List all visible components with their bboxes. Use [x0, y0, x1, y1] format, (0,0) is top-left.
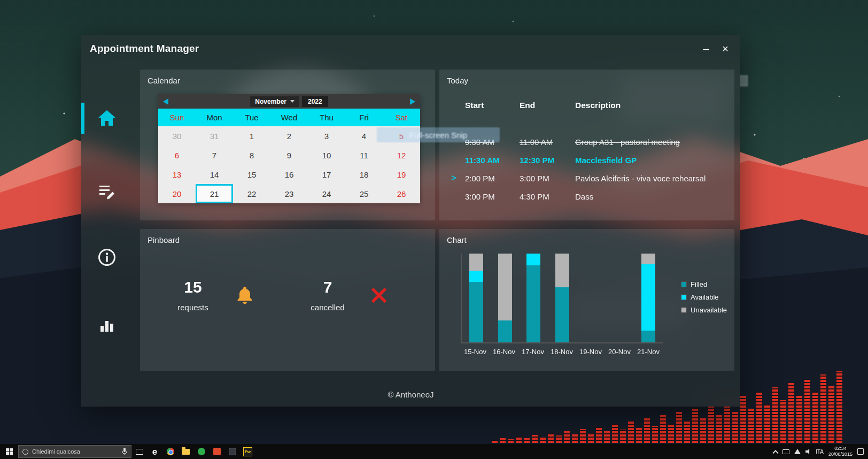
action-center-icon[interactable] [857, 448, 864, 455]
calendar-prev-button[interactable] [163, 98, 168, 105]
chart-bar [555, 254, 569, 342]
chart-x-label: 20-Nov [605, 348, 634, 356]
calendar-day-cell[interactable]: 12 [383, 146, 420, 165]
calendar-day-cell[interactable]: 8 [233, 146, 270, 165]
green-app-button[interactable] [193, 444, 209, 459]
taskbar: Chiedimi qualcosa e Fw ITA 02:34 20/08/2… [0, 444, 868, 459]
sidebar-item-appointments[interactable] [81, 178, 133, 204]
edit-appointments-icon [98, 182, 115, 200]
clock-date: 20/08/2015 [828, 452, 852, 457]
calendar-day-cell[interactable]: 9 [270, 146, 308, 165]
calendar-day-cell[interactable]: 23 [270, 184, 308, 203]
windows-logo-icon [6, 448, 13, 455]
calendar-day-cell[interactable]: 13 [158, 165, 196, 184]
edge-app-button[interactable]: e [147, 444, 162, 459]
red-app-button[interactable] [209, 444, 224, 459]
calendar-month-select[interactable]: November [250, 96, 299, 107]
dark-app-icon [229, 448, 236, 455]
window-controls: – × [698, 40, 734, 57]
file-explorer-button[interactable] [178, 444, 193, 459]
desktop: Full-screen Snip Appointment Manager – × [0, 0, 868, 459]
calendar-day-cell[interactable]: 31 [196, 126, 233, 146]
appointment-row[interactable]: >2:00 PM3:00 PMPavlos Aleiferis - viva v… [451, 169, 726, 187]
calendar-day-header: Mon [196, 109, 233, 126]
cortana-icon [22, 449, 28, 455]
calendar-day-cell[interactable]: 3 [308, 126, 345, 146]
calendar-nav-bar: November 2022 [158, 94, 420, 109]
calendar-day-headers: SunMonTueWedThuFriSat [158, 109, 420, 126]
calendar-day-cell[interactable]: 20 [158, 184, 196, 203]
column-end: End [520, 101, 575, 110]
appointment-manager-window: Appointment Manager – × [81, 35, 740, 407]
chevron-down-icon [290, 100, 294, 103]
chart-bar-segment-unavailable [555, 254, 569, 287]
appointment-row[interactable]: 11:30 AM12:30 PMMacclesfield GP [451, 151, 726, 169]
chart-x-label: 16-Nov [490, 348, 518, 356]
calendar-day-cell[interactable]: 26 [383, 184, 420, 203]
calendar-panel-title: Calendar [148, 76, 180, 85]
legend-item: Available [681, 293, 727, 301]
chart-bar-segment-filled [641, 331, 655, 342]
calendar-day-cell[interactable]: 2 [270, 126, 308, 146]
taskbar-search[interactable]: Chiedimi qualcosa [18, 445, 131, 458]
calendar-day-cell[interactable]: 19 [383, 165, 420, 184]
cancelled-label: cancelled [305, 303, 351, 312]
column-start: Start [465, 101, 520, 110]
calendar-day-cell[interactable]: 16 [270, 165, 308, 184]
tray-chevron-up-icon[interactable] [772, 450, 778, 456]
cancelled-count: 7 [305, 278, 351, 296]
home-icon [97, 109, 117, 127]
calendar-day-cell[interactable]: 25 [345, 184, 383, 203]
current-appointment-chevron-icon: > [451, 173, 465, 183]
column-description: Description [575, 101, 726, 110]
task-view-icon [136, 449, 143, 455]
calendar-day-cell-selected[interactable]: 21 [196, 184, 233, 203]
chart-bar [526, 254, 540, 342]
legend-swatch [681, 307, 687, 313]
touch-keyboard-icon[interactable] [782, 449, 789, 454]
calendar-day-cell[interactable]: 18 [345, 165, 383, 184]
calendar-day-cell[interactable]: 24 [308, 184, 345, 203]
calendar-day-cell[interactable]: 30 [158, 126, 196, 146]
calendar-day-cell[interactable]: 17 [308, 165, 345, 184]
network-icon[interactable] [794, 449, 801, 454]
dark-app-button[interactable] [224, 444, 240, 459]
calendar-day-cell[interactable]: 11 [345, 146, 383, 165]
task-view-button[interactable] [131, 444, 147, 459]
requests-stat: 15 requests [170, 278, 255, 312]
today-table-header: Start End Description [451, 101, 726, 110]
fireworks-app-button[interactable]: Fw [240, 444, 255, 459]
cancel-x-icon [369, 285, 389, 305]
start-button[interactable] [0, 444, 18, 459]
calendar-day-cell[interactable]: 15 [233, 165, 270, 184]
statistics-icon [99, 318, 115, 333]
language-indicator[interactable]: ITA [816, 449, 824, 455]
sidebar-item-statistics[interactable] [81, 313, 133, 339]
appointment-start: 2:00 PM [465, 174, 520, 183]
chart-panel: Chart 15-Nov16-Nov17-Nov18-Nov19-Nov20-N… [439, 229, 734, 371]
calendar-next-button[interactable] [410, 98, 415, 105]
chart-bar-segment-filled [526, 265, 540, 342]
today-rows: 9:30 AM11:00 AMGroup A31 - pastoral meet… [451, 133, 726, 205]
calendar-day-cell[interactable]: 22 [233, 184, 270, 203]
calendar-day-cell[interactable]: 6 [158, 146, 196, 165]
calendar-day-header: Fri [345, 109, 383, 126]
sidebar-item-home[interactable] [81, 105, 133, 131]
calendar-year-select[interactable]: 2022 [302, 96, 328, 107]
appointment-row[interactable]: 3:00 PM4:30 PMDass [451, 187, 726, 205]
legend-swatch [681, 281, 687, 287]
taskbar-clock[interactable]: 02:34 20/08/2015 [828, 446, 852, 458]
appointment-description: Dass [575, 192, 726, 201]
calendar-day-cell[interactable]: 7 [196, 146, 233, 165]
chart-x-labels: 15-Nov16-Nov17-Nov18-Nov19-Nov20-Nov21-N… [461, 348, 663, 356]
speaker-icon[interactable] [805, 449, 811, 454]
sidebar-item-info[interactable] [81, 244, 133, 270]
calendar-day-cell[interactable]: 1 [233, 126, 270, 146]
calendar-day-cell[interactable]: 10 [308, 146, 345, 165]
chrome-app-button[interactable] [162, 444, 178, 459]
close-button[interactable]: × [717, 40, 734, 57]
minimize-button[interactable]: – [698, 40, 715, 57]
calendar-day-cell[interactable]: 14 [196, 165, 233, 184]
chart-bar-segment-filled [469, 282, 483, 342]
chart-bar-segment-filled [555, 287, 569, 342]
